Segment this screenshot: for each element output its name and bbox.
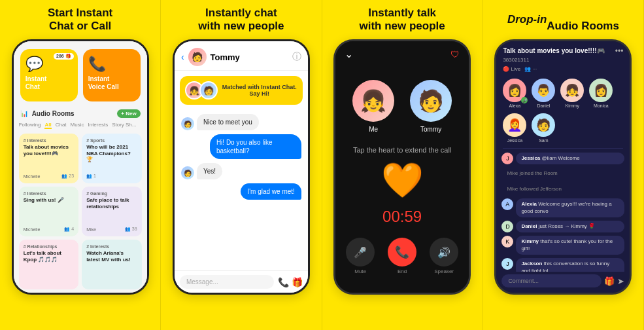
heart-icon[interactable]: 🧡 <box>381 163 424 197</box>
room-title-text: Talk about movies you love!!!!🎮 <box>503 46 604 55</box>
tab-all[interactable]: All <box>44 122 51 129</box>
message-avatar: 🧑 <box>181 117 194 130</box>
shield-icon[interactable]: 🛡 <box>450 49 460 60</box>
panel2-title: Instantly chatwith new people <box>198 5 284 34</box>
call-timer: 00:59 <box>382 208 422 226</box>
call-icon: 📞 <box>88 56 106 73</box>
message-row: 🧑 Nice to meet you <box>181 114 301 130</box>
room-card[interactable]: # Sports Who will be 2021 NBA Champions?… <box>82 134 142 183</box>
end-button[interactable]: 📞 <box>388 238 416 266</box>
panel-audio-rooms: Drop-inAudio Rooms Talk about movies you… <box>483 0 644 330</box>
chat-avatar: 🧑 <box>188 48 207 66</box>
tab-following[interactable]: Following <box>19 122 41 129</box>
speaker-name: Daniel <box>537 103 550 108</box>
room-host: Michelle <box>24 174 41 179</box>
room-input-bar: Comment... 🎁 ➤ <box>496 272 630 293</box>
instant-chat-card[interactable]: 286 🎁 💬 InstantChat <box>20 49 78 101</box>
room-category: # Interests <box>24 138 75 143</box>
end-label: End <box>398 268 407 274</box>
speaker-alexa: 👩 🎤 Alexa <box>503 79 526 108</box>
phone-icon[interactable]: 📞 <box>278 277 289 287</box>
speaker-control[interactable]: 🔊 Speaker <box>430 238 458 274</box>
phone3: ⌄ 🛡 👧 Me 🧑 Tommy Tap the heart to extend… <box>333 39 471 295</box>
speaker-sam: 🧑 Sam <box>532 113 555 143</box>
room-title: Sing with us! 🎤 <box>24 197 75 225</box>
gift-icon[interactable]: 🎁 <box>292 277 303 287</box>
chat-header: ‹ 🧑 Tommy ⓘ <box>175 41 308 71</box>
speaker-avatar: 👩 🎤 <box>503 79 526 102</box>
message-bubble: I'm glad we met! <box>241 183 301 200</box>
message-row: Hi! Do you also like basketball? <box>181 134 301 159</box>
system-msg: Mike joined the Room <box>501 168 624 179</box>
speaker-avatar: 👩‍🦰 <box>503 113 526 137</box>
speaker-name: Alexa <box>509 103 521 108</box>
chat-msg-bubble: Jackson this conversation is so funny an… <box>516 258 624 272</box>
chat-msg-avatar: A <box>501 198 513 210</box>
chat-msg-avatar: D <box>501 221 513 232</box>
room-count: 👥 23 <box>61 174 74 179</box>
comment-input[interactable]: Comment... <box>501 274 602 287</box>
match-banner: 👧 🧑 Matched with Instant Chat. Say Hi! <box>180 76 303 105</box>
room-title: Watch Ariana's latest MV with us! <box>86 250 137 285</box>
room-count: 👥 4 <box>64 227 74 232</box>
chat-name: Tommy <box>211 52 288 62</box>
panel-instant-chat-call: Start InstantChat or Call 286 🎁 💬 Instan… <box>0 0 161 330</box>
chat-icon: 💬 <box>25 56 43 73</box>
speaker-button[interactable]: 🔊 <box>430 238 458 266</box>
audio-rooms-label: Audio Rooms <box>32 110 75 117</box>
phone4: Talk about movies you love!!!!🎮 ••• 3830… <box>494 39 632 295</box>
room-card[interactable]: # Interests Talk about movies you love!!… <box>19 134 79 183</box>
gift-icon[interactable]: 🎁 <box>604 276 615 286</box>
room-title: Who will be 2021 NBA Champions?🏆 <box>86 144 137 172</box>
dots-icon[interactable]: ••• <box>615 46 624 56</box>
end-control[interactable]: 📞 End <box>388 238 416 274</box>
speaker-jessica: 👩‍🦰 Jessica <box>503 113 526 143</box>
speaker-avatar: 👨 <box>532 79 555 102</box>
room-card[interactable]: # Interests Watch Ariana's latest MV wit… <box>82 240 142 289</box>
panel-instant-chat: Instantly chatwith new people ‹ 🧑 Tommy … <box>161 0 322 330</box>
panel4-title: Drop-inAudio Rooms <box>507 5 619 34</box>
room-category: # Interests <box>24 191 75 196</box>
room-card[interactable]: # Interests Sing with us! 🎤 Michelle 👥 4 <box>19 187 79 236</box>
phone2: ‹ 🧑 Tommy ⓘ 👧 🧑 Matched with Instant Cha… <box>173 39 310 295</box>
room-card[interactable]: # Gaming Safe place to talk relationship… <box>82 187 142 236</box>
instant-call-card[interactable]: 📞 InstantVoice Call <box>83 49 141 101</box>
room-title: Let's talk about Kpop 🎵🎵🎵 <box>24 250 75 285</box>
room-card[interactable]: # Relationships Let's talk about Kpop 🎵🎵… <box>19 240 79 289</box>
send-icon[interactable]: ➤ <box>617 276 624 286</box>
new-room-button[interactable]: + New <box>117 109 140 118</box>
call-prompt: Tap the heart to extend the call <box>353 146 451 154</box>
chat-msg-bubble: Jessica @liam Welcome <box>516 153 624 164</box>
chat-message: Mike followed Jefferson <box>501 183 624 195</box>
info-icon[interactable]: ⓘ <box>292 51 301 63</box>
message-row: 🧑 Yes! <box>181 163 301 179</box>
speaker-avatar: 👩 <box>589 79 613 102</box>
message-input[interactable]: Message... <box>180 275 274 289</box>
panel-instant-talk: Instantly talkwith new people ⌄ 🛡 👧 Me 🧑… <box>322 0 483 330</box>
mic-active-badge: 🎤 <box>521 97 528 103</box>
mute-label: Mute <box>354 268 366 274</box>
mute-button[interactable]: 🎤 <box>346 238 375 266</box>
tab-story[interactable]: Story Sh... <box>112 122 136 129</box>
chevron-down-icon[interactable]: ⌄ <box>345 48 353 60</box>
message-bubble: Yes! <box>197 163 222 179</box>
message-row: I'm glad we met! <box>181 183 301 200</box>
room-count: 👥 1 <box>86 174 96 179</box>
match-text: Matched with Instant Chat. Say Hi! <box>222 84 297 97</box>
speaker-avatar: 🧑 <box>532 113 555 137</box>
room-speakers: 👩 🎤 Alexa 👨 Daniel 👧 Kimmy <box>496 75 630 147</box>
speaker-name: Sam <box>539 138 548 143</box>
mute-control[interactable]: 🎤 Mute <box>346 238 375 274</box>
speaker-avatar: 👧 <box>560 79 584 102</box>
tab-music[interactable]: Music <box>71 122 84 129</box>
room-title: Talk about movies you love!!!!🎮 <box>24 144 75 172</box>
my-avatar: 👧 <box>352 80 394 122</box>
tab-chat[interactable]: Chat <box>56 122 67 129</box>
back-icon[interactable]: ‹ <box>181 52 184 62</box>
chat-msg-bubble: Daniel just Roses → Kimmy 🌹 <box>516 221 624 232</box>
panel1-title: Start InstantChat or Call <box>48 5 112 34</box>
tab-interests[interactable]: Interests <box>88 122 108 129</box>
room-host: Michelle <box>24 227 41 232</box>
room-count: 👥 38 <box>125 227 137 232</box>
chat-msg-bubble: Alexia Welcome guys!!! we're having a go… <box>516 198 624 217</box>
